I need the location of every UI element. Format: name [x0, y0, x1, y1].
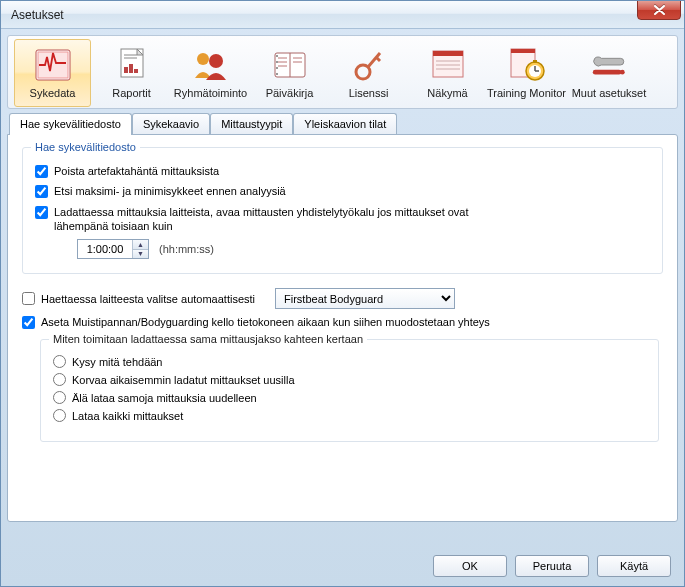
label-radio-ask: Kysy mitä tehdään: [72, 356, 163, 368]
cancel-button[interactable]: Peruuta: [515, 555, 589, 577]
view-icon: [428, 47, 468, 83]
tab-sykekaavio[interactable]: Sykekaavio: [132, 113, 210, 134]
svg-rect-25: [433, 51, 463, 56]
toolbar-label: Muut asetukset: [572, 87, 647, 99]
radio-loadall[interactable]: [53, 409, 66, 422]
close-icon: [654, 5, 665, 15]
report-icon: [112, 47, 152, 83]
time-spinner[interactable]: ▲ ▼: [77, 239, 149, 259]
radio-skip[interactable]: [53, 391, 66, 404]
toolbar: Sykedata Raportit: [7, 35, 678, 109]
svg-rect-30: [511, 49, 535, 53]
tab-label: Hae sykevälitiedosto: [20, 118, 121, 130]
checkbox-combine[interactable]: [35, 206, 48, 219]
svg-rect-35: [533, 60, 537, 63]
diary-icon: [270, 47, 310, 83]
ok-button[interactable]: OK: [433, 555, 507, 577]
time-hint: (hh:mm:ss): [159, 243, 214, 255]
fieldset-duplicate-action: Miten toimitaan ladattaessa sama mittaus…: [40, 339, 659, 442]
toolbar-label: Lisenssi: [349, 87, 389, 99]
toolbar-sykedata[interactable]: Sykedata: [14, 39, 91, 107]
label-radio-replace: Korvaa aikaisemmin ladatut mittaukset uu…: [72, 374, 295, 386]
toolbar-muut-asetukset[interactable]: Muut asetukset: [567, 39, 651, 107]
radio-ask[interactable]: [53, 355, 66, 368]
spinner-down[interactable]: ▼: [133, 250, 148, 259]
svg-rect-4: [129, 64, 133, 73]
svg-line-23: [376, 57, 380, 61]
toolbar-label: Training Monitor: [487, 87, 566, 99]
tab-label: Yleiskaavion tilat: [304, 118, 386, 130]
checkbox-clock[interactable]: [22, 316, 35, 329]
toolbar-lisenssi[interactable]: Lisenssi: [330, 39, 407, 107]
svg-point-9: [209, 54, 223, 68]
tab-label: Sykekaavio: [143, 118, 199, 130]
tab-label: Mittaustyypit: [221, 118, 282, 130]
fieldset-legend: Miten toimitaan ladattaessa sama mittaus…: [49, 333, 367, 345]
tab-hae-sykevalitiedosto[interactable]: Hae sykevälitiedosto: [9, 113, 132, 135]
apply-button[interactable]: Käytä: [597, 555, 671, 577]
toolbar-raportit[interactable]: Raportit: [93, 39, 170, 107]
checkbox-minmax[interactable]: [35, 185, 48, 198]
checkbox-artefact[interactable]: [35, 165, 48, 178]
key-icon: [349, 47, 389, 83]
titlebar: Asetukset: [1, 1, 684, 29]
svg-rect-3: [124, 67, 128, 73]
close-button[interactable]: [637, 0, 681, 20]
toolbar-paivakirja[interactable]: Päiväkirja: [251, 39, 328, 107]
group-icon: [191, 47, 231, 83]
tab-yleiskaavion-tilat[interactable]: Yleiskaavion tilat: [293, 113, 397, 134]
svg-rect-36: [593, 70, 622, 75]
fieldset-hae-sykevalitiedosto: Hae sykevälitiedosto Poista artefaktahän…: [22, 147, 663, 274]
label-radio-loadall: Lataa kaikki mittaukset: [72, 410, 183, 422]
fieldset-legend: Hae sykevälitiedosto: [31, 141, 140, 153]
checkbox-autoselect[interactable]: [22, 292, 35, 305]
label-autoselect: Haettaessa laitteesta valitse automaatti…: [41, 293, 255, 305]
svg-point-20: [276, 73, 278, 75]
toolbar-label: Raportit: [112, 87, 151, 99]
radio-replace[interactable]: [53, 373, 66, 386]
svg-point-37: [620, 70, 625, 75]
window-title: Asetukset: [11, 8, 64, 22]
tab-panel: Hae sykevälitiedosto Poista artefaktahän…: [7, 134, 678, 522]
label-minmax: Etsi maksimi- ja minimisykkeet ennen ana…: [54, 184, 286, 198]
toolbar-label: Näkymä: [427, 87, 467, 99]
label-clock: Aseta Muistipannan/Bodyguarding kello ti…: [41, 315, 490, 329]
label-artefact: Poista artefaktahäntä mittauksista: [54, 164, 219, 178]
svg-point-8: [197, 53, 209, 65]
heartrate-icon: [33, 47, 73, 83]
svg-point-21: [356, 65, 370, 79]
device-dropdown[interactable]: Firstbeat Bodyguard: [275, 288, 455, 309]
svg-point-17: [276, 55, 278, 57]
toolbar-label: Päiväkirja: [266, 87, 314, 99]
tab-mittaustyypit[interactable]: Mittaustyypit: [210, 113, 293, 134]
stopwatch-icon: [507, 47, 547, 83]
tab-row: Hae sykevälitiedosto Sykekaavio Mittaust…: [9, 113, 678, 134]
spinner-up[interactable]: ▲: [133, 240, 148, 250]
svg-point-19: [276, 67, 278, 69]
wrench-icon: [589, 47, 629, 83]
label-combine: Ladattaessa mittauksia laitteista, avaa …: [54, 205, 474, 234]
toolbar-training-monitor[interactable]: Training Monitor: [488, 39, 565, 107]
button-bar: OK Peruuta Käytä: [433, 555, 671, 577]
toolbar-label: Sykedata: [30, 87, 76, 99]
toolbar-label: Ryhmätoiminto: [174, 87, 247, 99]
toolbar-nakyma[interactable]: Näkymä: [409, 39, 486, 107]
time-input[interactable]: [78, 240, 132, 258]
svg-rect-5: [134, 69, 138, 73]
toolbar-ryhmatoiminto[interactable]: Ryhmätoiminto: [172, 39, 249, 107]
svg-point-18: [276, 61, 278, 63]
label-radio-skip: Älä lataa samoja mittauksia uudelleen: [72, 392, 257, 404]
